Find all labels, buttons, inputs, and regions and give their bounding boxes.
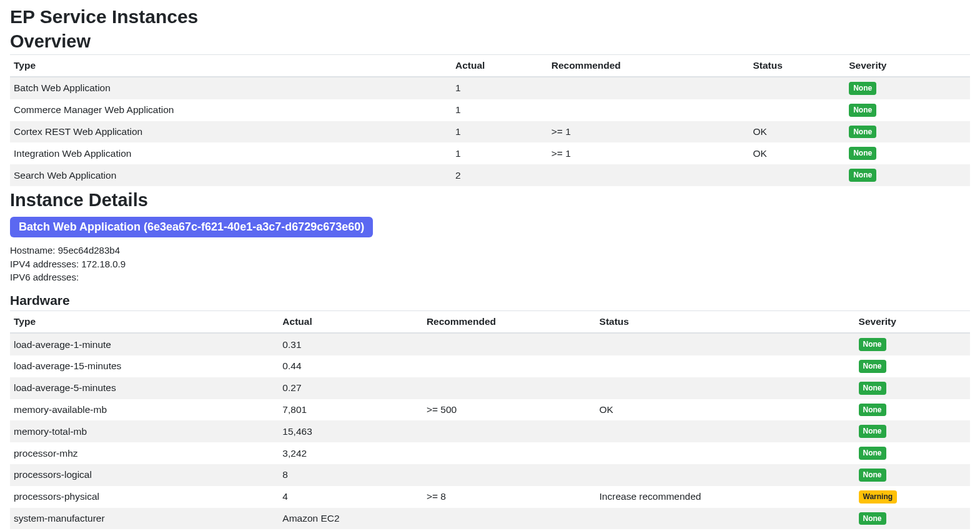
cell-status: [596, 355, 855, 377]
severity-badge: None: [849, 82, 876, 95]
table-row: processors-physical4>= 8Increase recomme…: [10, 486, 970, 508]
table-row: system-manufacturerAmazon EC2None: [10, 508, 970, 530]
cell-type: memory-total-mb: [10, 420, 279, 442]
cell-recommended: >= 1: [548, 142, 750, 164]
table-row: memory-total-mb15,463None: [10, 420, 970, 442]
ipv4-line: IPV4 addresses: 172.18.0.9: [10, 257, 970, 271]
col-status: Status: [749, 55, 845, 77]
cell-type: Cortex REST Web Application: [10, 121, 452, 143]
cell-actual: 8: [279, 464, 423, 486]
cell-severity: None: [855, 464, 970, 486]
cell-severity: None: [845, 77, 970, 99]
cell-severity: Warning: [855, 486, 970, 508]
cell-severity: None: [855, 333, 970, 355]
cell-status: Increase recommended: [596, 486, 855, 508]
cell-type: Batch Web Application: [10, 77, 452, 99]
cell-recommended: [423, 420, 596, 442]
col-recommended: Recommended: [548, 55, 750, 77]
cell-type: load-average-5-minutes: [10, 377, 279, 399]
ipv6-line: IPV6 addresses:: [10, 270, 970, 284]
cell-actual: Amazon EC2: [279, 508, 423, 530]
table-row: Integration Web Application1>= 1OKNone: [10, 142, 970, 164]
cell-recommended: [423, 333, 596, 355]
cell-status: OK: [596, 399, 855, 421]
cell-recommended: [423, 355, 596, 377]
cell-severity: None: [855, 508, 970, 530]
hardware-header-row: Type Actual Recommended Status Severity: [10, 311, 970, 334]
cell-severity: None: [855, 355, 970, 377]
col-severity: Severity: [845, 55, 970, 77]
col-actual: Actual: [452, 55, 548, 77]
cell-status: [596, 508, 855, 530]
severity-badge: Warning: [859, 490, 898, 504]
hostname-label: Hostname:: [10, 245, 56, 256]
cell-recommended: >= 1: [548, 121, 750, 143]
cell-status: [596, 442, 855, 464]
cell-recommended: [548, 164, 750, 186]
table-row: load-average-15-minutes0.44None: [10, 355, 970, 377]
cell-type: Commerce Manager Web Application: [10, 99, 452, 121]
cell-type: processors-logical: [10, 464, 279, 486]
table-row: Cortex REST Web Application1>= 1OKNone: [10, 121, 970, 143]
col-type: Type: [10, 55, 452, 77]
cell-recommended: [423, 442, 596, 464]
overview-table: Type Actual Recommended Status Severity …: [10, 54, 970, 186]
cell-status: OK: [749, 121, 845, 143]
severity-badge: None: [859, 447, 886, 460]
instance-pill[interactable]: Batch Web Application (6e3ea67c-f621-40e…: [10, 217, 373, 237]
cell-severity: None: [855, 377, 970, 399]
cell-actual: 1: [452, 99, 548, 121]
cell-recommended: [548, 99, 750, 121]
cell-recommended: [548, 77, 750, 99]
cell-severity: None: [845, 99, 970, 121]
hardware-heading: Hardware: [10, 293, 970, 308]
severity-badge: None: [859, 469, 886, 482]
cell-type: Integration Web Application: [10, 142, 452, 164]
cell-severity: None: [845, 121, 970, 143]
cell-type: Search Web Application: [10, 164, 452, 186]
cell-status: [749, 164, 845, 186]
cell-status: [596, 333, 855, 355]
cell-actual: 2: [452, 164, 548, 186]
hostname-value: 95ec64d283b4: [58, 245, 120, 256]
cell-status: [596, 377, 855, 399]
severity-badge: None: [859, 512, 886, 525]
instance-details-heading: Instance Details: [10, 190, 970, 211]
cell-status: OK: [749, 142, 845, 164]
page-title: EP Service Instances: [10, 6, 970, 27]
ipv4-value: 172.18.0.9: [81, 259, 126, 269]
cell-status: [596, 464, 855, 486]
cell-actual: 1: [452, 121, 548, 143]
table-row: load-average-1-minute0.31None: [10, 333, 970, 355]
cell-severity: None: [855, 442, 970, 464]
cell-severity: None: [845, 142, 970, 164]
cell-actual: 1: [452, 142, 548, 164]
severity-badge: None: [859, 425, 886, 438]
table-row: Batch Web Application1None: [10, 77, 970, 99]
col-severity: Severity: [855, 311, 970, 334]
cell-type: processor-mhz: [10, 442, 279, 464]
cell-type: load-average-1-minute: [10, 333, 279, 355]
severity-badge: None: [849, 104, 876, 117]
overview-header-row: Type Actual Recommended Status Severity: [10, 55, 970, 77]
cell-actual: 0.44: [279, 355, 423, 377]
col-type: Type: [10, 311, 279, 334]
col-recommended: Recommended: [423, 311, 596, 334]
cell-recommended: [423, 464, 596, 486]
cell-actual: 1: [452, 77, 548, 99]
ipv6-label: IPV6 addresses:: [10, 272, 79, 282]
cell-actual: 3,242: [279, 442, 423, 464]
cell-severity: None: [855, 399, 970, 421]
severity-badge: None: [859, 338, 886, 351]
cell-actual: 15,463: [279, 420, 423, 442]
cell-actual: 0.31: [279, 333, 423, 355]
table-row: Commerce Manager Web Application1None: [10, 99, 970, 121]
hostname-line: Hostname: 95ec64d283b4: [10, 244, 970, 257]
cell-recommended: >= 500: [423, 399, 596, 421]
severity-badge: None: [849, 147, 876, 160]
cell-actual: 4: [279, 486, 423, 508]
cell-type: memory-available-mb: [10, 399, 279, 421]
cell-actual: 7,801: [279, 399, 423, 421]
cell-recommended: [423, 508, 596, 530]
cell-recommended: >= 8: [423, 486, 596, 508]
